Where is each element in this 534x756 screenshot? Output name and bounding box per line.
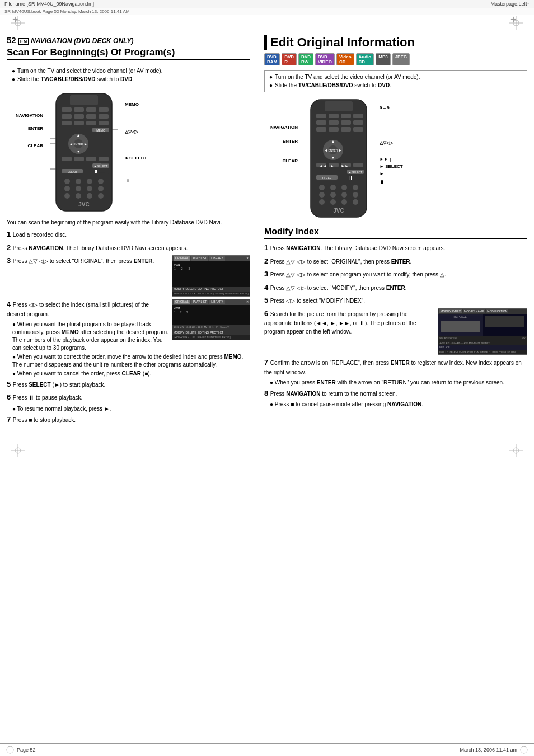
svg-rect-63 (316, 120, 326, 125)
svg-point-44 (87, 186, 92, 191)
bullet-text-2: Slide the TV/CABLE/DBS/DVD switch to DVD… (17, 75, 134, 83)
right-remote-image: ▲ ▼ ◄ ► ENTER ►SELECT ◄◄ ► ►► (302, 97, 375, 221)
svg-text:◄: ◄ (69, 142, 73, 146)
modify-step-num-5: 5 (264, 296, 270, 304)
step-text-3: Press △▽ ◁▷ to select "ORIGINAL", then p… (13, 258, 154, 264)
modify-step-text-2: Press △▽ ◁▷ to select "ORIGINAL", then p… (270, 259, 412, 265)
bottom-corners (0, 443, 534, 458)
format-badges: DVDRAM DVDR DVDRW DVDVIDEO VideoCD Audio… (264, 53, 527, 65)
modify-step-1: 1 Press NAVIGATION. The Library Database… (264, 242, 527, 253)
svg-text:►: ► (330, 164, 334, 168)
svg-point-42 (64, 186, 70, 191)
modify-steps: 1 Press NAVIGATION. The Library Database… (264, 242, 527, 408)
svg-rect-58 (325, 101, 353, 111)
bullet-dot-1: ● (12, 67, 15, 75)
svg-text:CLEAR: CLEAR (68, 170, 77, 173)
step-4-bullet-2: ● When you want to correct the order, mo… (7, 353, 250, 369)
modify-step-num-1: 1 (264, 243, 270, 252)
right-bullet-box: ● Turn on the TV and select the video ch… (264, 70, 527, 92)
svg-point-97 (353, 192, 358, 198)
svg-rect-16 (62, 121, 72, 125)
screen-mockup-1: ORIGINAL PLAY LIST LIBRARY ✕ #001 123 MO… (172, 255, 250, 297)
svg-point-45 (98, 186, 104, 191)
svg-text:►►: ►► (341, 164, 349, 168)
badge-video-cd: VideoCD (336, 53, 354, 65)
modify-step-num-6: 6 (264, 309, 270, 318)
svg-text:▲: ▲ (331, 139, 335, 143)
modify-screen-mockup: MODIFY INDEX MODIFY NAME MODIFICATION RE… (438, 308, 527, 355)
corner-markers (0, 15, 534, 31)
step-4-bullet-1: ● When you want the plural programs to b… (7, 321, 168, 352)
svg-text:⏸: ⏸ (348, 175, 353, 181)
modify-step-num-3: 3 (264, 270, 270, 278)
svg-point-94 (319, 192, 325, 198)
remote-image: MEMO ▲ ▼ ◄ ► ENTER (48, 91, 120, 215)
svg-rect-13 (74, 114, 84, 119)
svg-rect-29 (62, 157, 72, 161)
svg-point-95 (330, 192, 336, 198)
svg-rect-8 (62, 107, 72, 112)
modify-step-text-7: Confirm the arrow is on "REPLACE", then … (264, 360, 522, 375)
step-num-5: 5 (7, 380, 13, 388)
modify-step-6: 6 Search for the picture from the progra… (264, 308, 434, 336)
svg-rect-60 (329, 114, 339, 118)
right-label-navigation: NAVIGATION (264, 125, 298, 130)
svg-rect-64 (329, 120, 339, 125)
svg-point-90 (319, 185, 325, 190)
right-label-pause-r: ⏸ (380, 180, 403, 185)
svg-point-49 (98, 193, 104, 199)
svg-point-48 (87, 193, 92, 199)
step-text-6: Press ⏸ to pause playback. (13, 395, 83, 401)
modify-index-title: Modify Index (264, 227, 527, 239)
step-3: 3 Press △▽ ◁▷ to select "ORIGINAL", then… (7, 255, 168, 266)
svg-text:CLEAR: CLEAR (322, 176, 332, 180)
modify-step-text-3: Press △▽ ◁▷ to select one program you wa… (270, 271, 446, 278)
svg-rect-31 (86, 157, 96, 161)
modify-step-num-7: 7 (264, 358, 270, 367)
modify-step-4: 4 Press △▽ ◁▷ to select "MODIFY", then p… (264, 282, 527, 293)
badge-dvd-r: DVDR (282, 53, 297, 65)
right-label-enter: ENTER (264, 139, 298, 144)
intro-text: You can scan the beginning of the progra… (7, 219, 250, 226)
badge-mp3: MP3 (376, 53, 390, 65)
page-heading: 52 EN NAVIGATION (DVD DECK ONLY) (7, 35, 250, 45)
modify-step-5: 5 Press ◁▷ to select "MODIFY INDEX". (264, 295, 527, 306)
step-text-7: Press ■ to stop playback. (13, 417, 76, 423)
svg-rect-68 (329, 127, 339, 132)
svg-point-92 (341, 185, 347, 190)
svg-point-99 (330, 199, 336, 205)
svg-rect-15 (99, 114, 109, 119)
svg-text:▼: ▼ (331, 156, 335, 159)
step-text-2: Press NAVIGATION. The Library Database D… (13, 245, 188, 251)
right-bullet-2: ● Slide the TV/CABLE/DBS/DVD switch to D… (269, 81, 522, 90)
top-left-corner (11, 16, 25, 30)
modify-step-text-6: Search for the picture from the program … (264, 311, 416, 335)
screen-mockup-2: ORIGINAL PLAY LIST LIBRARY ✕ #001 123 10… (172, 299, 250, 340)
top-bar: Filename [SR-MV40U_09Navigation.fm] Mast… (0, 0, 534, 8)
footer-page-num: Page 52 (17, 747, 36, 753)
bullet-item-2: ● Slide the TV/CABLE/DBS/DVD switch to D… (12, 75, 245, 83)
label-navigation: NAVIGATION (7, 113, 43, 118)
svg-point-47 (76, 193, 81, 199)
badge-dvd-video: DVDVIDEO (315, 53, 335, 65)
svg-point-41 (98, 179, 104, 184)
footer-date: March 13, 2006 11:41 am (460, 747, 517, 753)
svg-point-91 (330, 185, 336, 190)
right-bullet-1: ● Turn on the TV and select the video ch… (269, 73, 522, 81)
svg-point-109 (7, 746, 13, 753)
right-label-clear: CLEAR (264, 158, 298, 163)
svg-text:►: ► (84, 142, 88, 146)
page-number: 52 (7, 35, 16, 45)
modify-step-text-4: Press △▽ ◁▷ to select "MODIFY", then pre… (270, 285, 407, 291)
label-arrows-right: △▽◁▷ (125, 129, 147, 134)
svg-rect-12 (62, 114, 72, 119)
svg-point-39 (76, 179, 81, 184)
svg-rect-30 (74, 157, 84, 161)
sub-header: SR-MV40US.book Page 52 Monday, March 13,… (0, 8, 534, 15)
label-select-right: ►SELECT (125, 156, 147, 161)
modify-step-num-2: 2 (264, 257, 270, 265)
page-title: NAVIGATION (DVD DECK ONLY) (31, 37, 133, 45)
right-label-0-9: 0 – 9 (380, 105, 403, 110)
modify-step-num-8: 8 (264, 389, 270, 397)
step-6: 6 Press ⏸ to pause playback. (7, 392, 250, 403)
